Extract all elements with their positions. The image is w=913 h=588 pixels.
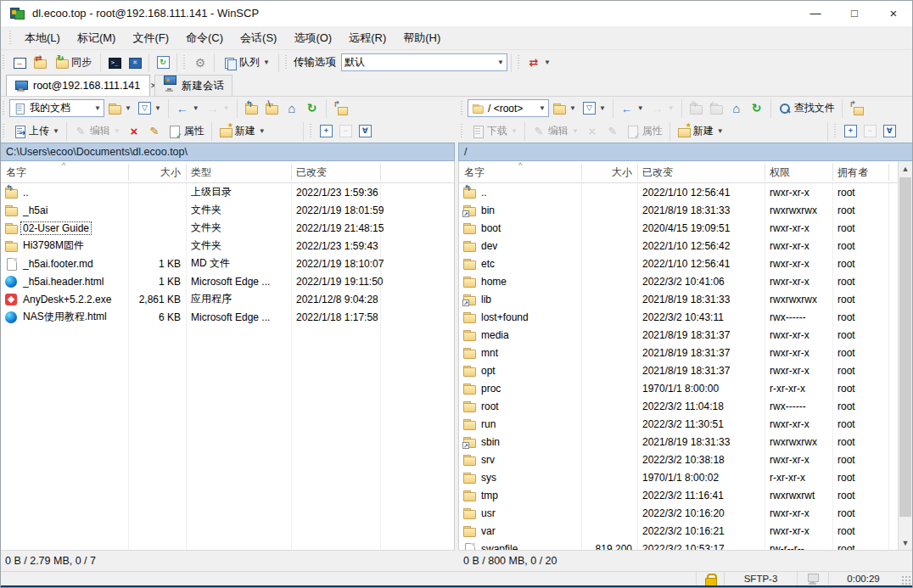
open-putty-button[interactable]: ⌘ [125, 53, 145, 73]
remote-new-button[interactable]: 新建 ▼ [674, 122, 727, 141]
menu-item[interactable]: 命令(C) [177, 27, 232, 49]
local-add-symlink-button[interactable] [330, 99, 350, 118]
remote-scrollbar[interactable]: ▲ ▼ [898, 161, 912, 550]
file-row[interactable]: lost+found 2022/3/2 10:43:11 rwx------ r… [459, 308, 912, 326]
download-button[interactable]: 下载 ▼ [468, 122, 521, 141]
remote-edit-button[interactable]: ✎ 编辑 ▼ [529, 122, 582, 141]
file-row[interactable]: dev 2022/1/10 12:56:42 rwxr-xr-x root [459, 237, 912, 255]
column-header-owner[interactable]: 拥有者 [832, 161, 873, 183]
file-row[interactable]: sys 1970/1/1 8:00:02 r-xr-xr-x root [459, 468, 912, 486]
column-header-name[interactable]: 名字 [1, 161, 31, 183]
file-row[interactable]: 02-User Guide 文件夹 2022/1/19 21:48:15 [1, 219, 454, 237]
local-delete-button[interactable]: × [124, 122, 144, 141]
scroll-up-icon[interactable]: ▲ [899, 161, 912, 176]
remote-unselect-button[interactable]: − [860, 122, 880, 141]
tab-session[interactable]: root@192.168.111.141 × [6, 75, 150, 96]
local-root-directory-button[interactable]: ∖ [261, 99, 282, 118]
local-rename-button[interactable]: ✎ [144, 122, 165, 141]
local-edit-button[interactable]: ✎ 编辑 ▼ [70, 122, 124, 141]
file-row[interactable]: opt 2021/8/19 18:31:37 rwxr-xr-x root [459, 361, 912, 379]
close-button[interactable]: × [874, 0, 913, 26]
local-invert-selection-button[interactable]: ∀ [356, 122, 375, 141]
file-row[interactable]: media 2021/8/19 18:31:37 rwxr-xr-x root [459, 326, 912, 344]
remote-location-combobox[interactable]: / <root> ▼ [468, 99, 549, 117]
file-row[interactable]: var 2022/3/2 10:16:21 rwxr-xr-x root [459, 522, 912, 540]
menu-item[interactable]: 帮助(H) [395, 27, 449, 49]
file-row[interactable]: ↰.. 上级目录 2022/1/23 1:59:36 [1, 183, 454, 201]
file-row[interactable]: Hi3798M固件 文件夹 2022/1/23 1:59:43 [1, 237, 454, 255]
file-row[interactable]: srv 2022/3/2 10:38:18 rwxr-xr-x root [459, 451, 912, 468]
file-row[interactable]: root 2022/3/2 11:04:18 rwx------ root [459, 397, 912, 415]
column-header-size[interactable]: 大小 [581, 161, 637, 183]
file-row[interactable]: ↰.. 2022/1/10 12:56:41 rwxr-xr-x root [459, 183, 912, 201]
remote-root-directory-button[interactable]: ∕ [706, 99, 726, 118]
menu-item[interactable]: 本地(L) [16, 27, 69, 49]
file-row[interactable]: etc 2022/1/10 12:56:41 rwxr-xr-x root [459, 255, 912, 272]
open-terminal-button[interactable]: >_ [104, 53, 125, 73]
file-row[interactable]: _h5ai 文件夹 2022/1/19 18:01:59 [1, 201, 454, 219]
remote-select-button[interactable]: + [841, 122, 860, 141]
remote-refresh-button[interactable]: ↻ [747, 99, 767, 118]
file-row[interactable]: boot 2020/4/15 19:09:51 rwxr-xr-x root [459, 219, 912, 237]
synchronize-button[interactable]: ↻ 同步 [50, 53, 97, 73]
tab-new-session[interactable]: 新建会话 [154, 75, 232, 96]
file-row[interactable]: mnt 2021/8/19 18:31:37 rwxr-xr-x root [459, 344, 912, 361]
queue-dropdown-button[interactable]: 队列 ▼ [218, 53, 275, 73]
remote-filter-button[interactable]: ▽▼ [580, 99, 609, 118]
file-row[interactable]: ↗lib 2021/8/19 18:31:33 rwxrwxrwx root [459, 290, 912, 308]
local-parent-directory-button[interactable]: ↰ [241, 99, 261, 118]
remote-open-directory-button[interactable]: ▼ [549, 99, 580, 118]
local-filter-button[interactable]: ▽▼ [135, 99, 165, 118]
file-row[interactable]: swapfile 819,200 2022/3/2 10:53:17 rw-r-… [459, 540, 912, 550]
minimize-button[interactable]: — [796, 0, 835, 26]
maximize-button[interactable]: □ [835, 0, 874, 26]
remote-home-directory-button[interactable]: ⌂ [726, 99, 747, 118]
transfer-preset-combobox[interactable]: 默认 ▼ [341, 53, 507, 71]
file-row[interactable]: AnyDesk+5.2.2.exe 2,861 KB 应用程序 2021/12/… [1, 290, 454, 308]
menu-item[interactable]: 会话(S) [232, 27, 285, 49]
upload-button[interactable]: ➜ 上传 ▼ [9, 122, 63, 141]
menu-item[interactable]: 文件(F) [124, 27, 177, 49]
file-row[interactable]: proc 1970/1/1 8:00:00 r-xr-xr-x root [459, 379, 912, 397]
remote-add-symlink-button[interactable] [846, 99, 866, 118]
file-row[interactable]: usr 2022/3/2 10:16:20 rwxr-xr-x root [459, 504, 912, 522]
local-select-button[interactable]: + [316, 122, 336, 141]
file-row[interactable]: tmp 2022/3/2 11:16:41 rwxrwxrwt root [459, 486, 912, 504]
column-header-changed[interactable]: 已改变 [291, 161, 332, 183]
compare-directories-button[interactable]: ⇄ [30, 53, 50, 73]
file-row[interactable]: _h5ai.footer.md 1 KB MD 文件 2022/1/19 18:… [1, 255, 454, 272]
local-refresh-button[interactable]: ↻ [302, 99, 322, 118]
local-unselect-button[interactable]: − [336, 122, 356, 141]
remote-path-bar[interactable]: / [458, 143, 913, 161]
column-header-type[interactable]: 类型 [186, 161, 216, 183]
local-open-directory-button[interactable]: ▼ [104, 99, 135, 118]
file-row[interactable]: NAS使用教程.html 6 KB Microsoft Edge ... 202… [1, 308, 454, 326]
local-forward-button[interactable]: →▼ [203, 99, 233, 118]
remote-properties-button[interactable]: 属性 [623, 122, 666, 141]
remote-invert-selection-button[interactable]: ∀ [880, 122, 899, 141]
local-new-button[interactable]: 新建 ▼ [216, 122, 269, 141]
local-home-directory-button[interactable]: ⌂ [282, 99, 302, 118]
scrollbar-thumb[interactable] [899, 177, 911, 517]
menu-item[interactable]: 标记(M) [69, 27, 125, 49]
column-header-name[interactable]: 名字 [459, 161, 490, 183]
local-back-button[interactable]: ←▼ [172, 99, 203, 118]
column-header-size[interactable]: 大小 [128, 161, 186, 183]
file-row[interactable]: home 2022/3/2 10:41:06 rwxr-xr-x root [459, 272, 912, 290]
file-row[interactable]: ↗bin 2021/8/19 18:31:33 rwxrwxrwx root [459, 201, 912, 219]
remote-delete-button[interactable]: × [582, 122, 602, 141]
toggle-panels-button[interactable]: ↔ [9, 53, 30, 73]
column-header-rights[interactable]: 权限 [765, 161, 795, 183]
preferences-button[interactable]: ⚙ [190, 53, 210, 73]
scroll-down-icon[interactable]: ▼ [899, 535, 912, 550]
local-location-combobox[interactable]: 我的文档 ▼ [9, 99, 104, 117]
remote-forward-button[interactable]: →▼ [647, 99, 678, 118]
menu-item[interactable]: 远程(R) [340, 27, 395, 49]
file-row[interactable]: _h5ai.header.html 1 KB Microsoft Edge ..… [1, 272, 454, 290]
find-files-button[interactable]: 查找文件 [775, 99, 838, 118]
resize-grip[interactable] [901, 575, 911, 585]
remote-back-button[interactable]: ←▼ [617, 99, 647, 118]
refresh-session-button[interactable]: ↻ [153, 53, 173, 73]
remote-parent-directory-button[interactable]: ↰ [686, 99, 706, 118]
column-header-changed[interactable]: 已改变 [637, 161, 678, 183]
